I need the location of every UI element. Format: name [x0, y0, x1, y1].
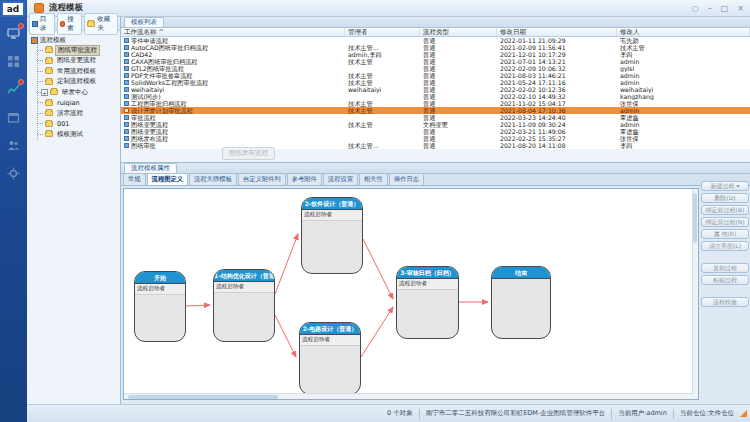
- folder-icon: [45, 100, 53, 106]
- users-icon[interactable]: [6, 138, 21, 153]
- sort-asc-icon: ^: [159, 28, 164, 36]
- button-复制过程[interactable]: 复制过程: [701, 263, 749, 273]
- table-row[interactable]: 测试(同步)普通2022-02-10 14:49:32kangzhang: [121, 93, 750, 100]
- folder-icon: [45, 121, 53, 127]
- subtab-相关性[interactable]: 相关性: [359, 173, 388, 185]
- object-count: 0 个对象: [387, 409, 413, 418]
- column-modified-date[interactable]: 修改日期: [497, 28, 617, 36]
- flowchart-canvas[interactable]: 开始流程启动者1-结构优化设计（普通）流程启动者2-软件设计（普通）流程启动者2…: [123, 188, 699, 400]
- favorites-button[interactable]: 收藏夹: [84, 13, 118, 35]
- table-row[interactable]: 图纸审批技术主管…普通2021-08-20 14:11:08李四: [121, 142, 750, 149]
- folder-icon: [45, 131, 53, 137]
- subtab-常规[interactable]: 常规: [123, 173, 146, 185]
- notification-badge: [18, 23, 24, 29]
- gear-icon[interactable]: [6, 166, 21, 181]
- button-绑定前过程B[interactable]: 绑定前过程(B): [701, 205, 749, 215]
- button-新建过程[interactable]: 新建过程 ▾: [701, 181, 749, 191]
- tree-item[interactable]: 定制流程模板: [38, 77, 120, 88]
- flow-node-n3[interactable]: 2-电路设计（普通）流程启动者: [299, 322, 361, 395]
- tab-template-list[interactable]: 模板列表: [124, 17, 164, 27]
- table-row[interactable]: 工程图审批归档流程技术主管普通2021-11-02 15:04:17张世保: [121, 100, 750, 107]
- company-label: 南宁市二零二五科技有限公司彩虹EDM-企业图纸管理软件平台: [426, 409, 606, 418]
- table-row[interactable]: weihaitaiyiweihaitaiyi普通2022-02-02 10:12…: [121, 86, 750, 93]
- button-清空界面L[interactable]: 清空界面(L): [701, 241, 749, 251]
- folder-icon: [45, 68, 53, 74]
- workflow-icon: [124, 66, 129, 71]
- table-row[interactable]: SolidWorks工程图审批流程技术主管普通2021-05-24 17:11:…: [121, 79, 750, 86]
- statusbar-divider: [611, 409, 612, 419]
- table-row[interactable]: 图纸变更流程技术主管文档变更2021-11-09 09:30:24admin: [121, 121, 750, 128]
- table-row[interactable]: 图纸变更流程普通2022-03-21 11:49:06覃进鑫: [121, 128, 750, 135]
- folder-icon: [45, 79, 53, 85]
- table-row[interactable]: PDF文件审批签章流程技术主管普通2021-08-03 11:46:21admi…: [121, 72, 750, 79]
- flow-node-n4[interactable]: 3-审核归档（归档）流程启动者: [396, 266, 459, 339]
- table-row[interactable]: AutoCAD图纸审批归档流程技术主管…普通2021-02-09 11:56:4…: [121, 44, 750, 51]
- apps-icon[interactable]: [6, 54, 21, 69]
- tree-root[interactable]: 流程模板: [31, 36, 120, 45]
- tree-children: 图纸审批流程图纸变更流程常用流程模板定制流程模板+研发中心ruiqian演示流程…: [37, 45, 120, 140]
- root-icon: [31, 37, 38, 44]
- tab-template-properties[interactable]: 流程模板属性: [124, 163, 177, 173]
- button-删除D[interactable]: 删除(D): [701, 193, 749, 203]
- button-流程校验[interactable]: 流程校验: [701, 297, 749, 307]
- table-row[interactable]: 审批流程普通2022-03-23 14:24:40覃进鑫: [121, 114, 750, 121]
- settings-icon[interactable]: ○: [692, 0, 699, 17]
- workflow-icon: [124, 59, 129, 64]
- button-绑定后过程N[interactable]: 绑定后过程(N): [701, 217, 749, 227]
- table-body: 零件申请流程普通2022-01-11 21:09:29韦先勋AutoCAD图纸审…: [121, 37, 750, 149]
- workflow-icon: [124, 94, 129, 99]
- flow-node-n2[interactable]: 2-软件设计（普通）流程启动者: [301, 197, 363, 274]
- table-row[interactable]: CAD42admin,李四普通2021-12-01 10:17:29李四: [121, 51, 750, 58]
- current-user-label: 当前用户:admin: [618, 409, 667, 418]
- expand-icon[interactable]: +: [41, 89, 48, 96]
- tree-item[interactable]: 演示流程: [38, 108, 120, 119]
- table-row[interactable]: GTL2图纸审批流程普通2022-02-09 10:06:32gylsl: [121, 65, 750, 72]
- tree-item[interactable]: ruiqian: [38, 98, 120, 109]
- tree-item[interactable]: 图纸审批流程: [38, 45, 120, 56]
- app-logo: ad: [1, 1, 25, 17]
- subtab-流程设置[interactable]: 流程设置: [323, 173, 358, 185]
- folder-icon: [45, 110, 53, 116]
- disabled-publish-button: 图纸发布流程: [222, 147, 275, 160]
- subtab-操作日志[interactable]: 操作日志: [389, 173, 424, 185]
- column-workflow-name[interactable]: 工作流名称 ^: [121, 28, 345, 36]
- table-row[interactable]: 零件申请流程普通2022-01-11 21:09:29韦先勋: [121, 37, 750, 44]
- table-row[interactable]: 图纸发布流程普通2022-02-25 15:35:27张世保: [121, 135, 750, 142]
- workflow-icon: [124, 87, 129, 92]
- chart-icon[interactable]: [6, 82, 21, 97]
- flow-node-end[interactable]: 结束: [491, 266, 551, 339]
- status-bar: 0 个对象 南宁市二零二五科技有限公司彩虹EDM-企业图纸管理软件平台 当前用户…: [27, 404, 750, 422]
- canvas-horizontal-scrollbar[interactable]: [124, 393, 694, 399]
- tree-item[interactable]: 图纸变更流程: [38, 56, 120, 67]
- tree-item[interactable]: +研发中心: [38, 87, 120, 98]
- minimize-icon[interactable]: –: [708, 0, 712, 17]
- tree-item[interactable]: 常用流程模板: [38, 66, 120, 77]
- button-属性R[interactable]: 属 性(R): [701, 229, 749, 239]
- column-type[interactable]: 流程类型: [420, 28, 497, 36]
- resize-grip-icon[interactable]: [740, 410, 747, 417]
- column-modifier[interactable]: 修改人: [617, 28, 750, 36]
- maximize-icon[interactable]: □: [721, 0, 729, 17]
- workflow-icon: [124, 101, 129, 106]
- workflow-icon: [124, 52, 129, 57]
- monitor-icon[interactable]: [6, 26, 21, 41]
- flow-node-start[interactable]: 开始流程启动者: [134, 271, 186, 342]
- button-粘贴过程[interactable]: 粘贴过程: [701, 275, 749, 285]
- subtab-参考附件[interactable]: 参考附件: [287, 173, 322, 185]
- catalog-button[interactable]: 目录: [29, 13, 55, 35]
- subtab-流程图定义[interactable]: 流程图定义: [147, 173, 188, 185]
- subtab-自定义附件列[interactable]: 自定义附件列: [238, 173, 286, 185]
- workflow-icon: [124, 129, 129, 134]
- table-row[interactable]: CAXA图纸审批归档流程技术主管普通2021-07-01 14:13:21adm…: [121, 58, 750, 65]
- tree-item[interactable]: 001: [38, 119, 120, 130]
- search-button[interactable]: 搜索: [57, 13, 83, 35]
- canvas-vertical-scrollbar[interactable]: [692, 189, 698, 400]
- tree-item[interactable]: 模板测试: [38, 129, 120, 140]
- archive-icon[interactable]: [6, 110, 21, 125]
- column-manager[interactable]: 管理者: [345, 28, 420, 36]
- workflow-icon: [124, 73, 129, 78]
- table-row[interactable]: 设计开发计划审批流程技术主管普通2021-08-04 17:10:36admin: [121, 107, 750, 114]
- flow-node-n1[interactable]: 1-结构优化设计（普通）流程启动者: [213, 269, 275, 342]
- subtab-流程关联模板[interactable]: 流程关联模板: [189, 173, 237, 185]
- close-icon[interactable]: ×: [737, 0, 744, 17]
